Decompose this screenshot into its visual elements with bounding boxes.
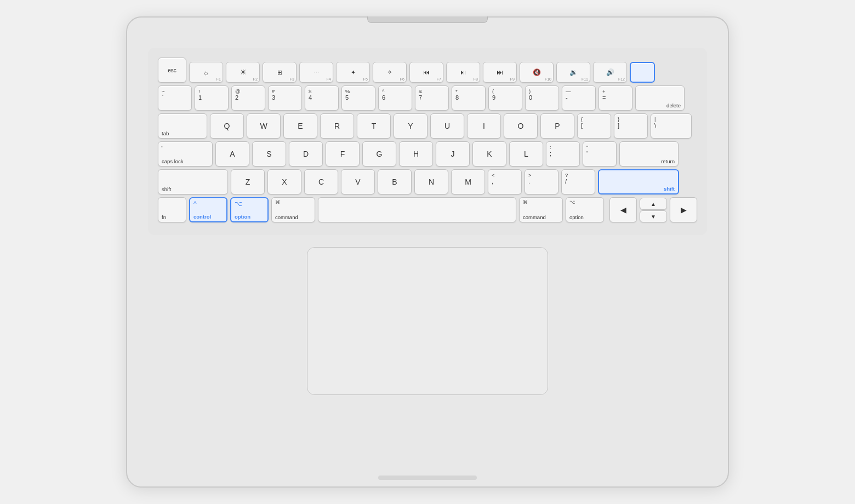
qwerty-row: tab Q W E R T Y U I O P {[ }] |\ [158,113,697,139]
key-b[interactable]: B [378,169,412,194]
key-c[interactable]: C [304,169,338,194]
key-m[interactable]: M [451,169,485,194]
key-t[interactable]: T [357,113,391,139]
key-f7[interactable]: ⏮ F7 [409,62,443,83]
key-f11[interactable]: 🔉 F11 [556,62,590,83]
key-n[interactable]: N [414,169,448,194]
asdf-row: • caps lock A S D F G H J K L :; "' retu… [158,141,697,167]
key-return[interactable]: return [619,141,679,167]
key-delete[interactable]: delete [635,85,685,111]
key-slash[interactable]: ?/ [561,169,595,194]
key-f1[interactable]: ☼ F1 [189,62,223,83]
key-f6[interactable]: ✧ F6 [373,62,407,83]
key-f8[interactable]: ⏯ F8 [446,62,480,83]
key-x[interactable]: X [267,169,301,194]
arrow-updown-group: ▲ ▼ [640,198,667,222]
key-arrow-right[interactable]: ▶ [670,197,697,222]
key-comma[interactable]: <, [488,169,522,194]
key-a[interactable]: A [215,141,249,167]
key-9[interactable]: (9 [488,85,522,111]
key-esc[interactable]: esc [158,58,186,83]
key-f9[interactable]: ⏭ F9 [483,62,517,83]
trackpad[interactable] [307,247,548,395]
keyboard-area: esc ☼ F1 ☀ F2 ⊞ F3 ⋯ F4 [148,48,707,235]
key-f3[interactable]: ⊞ F3 [263,62,297,83]
key-lbracket[interactable]: {[ [577,113,611,139]
key-q[interactable]: Q [210,113,244,139]
key-f10[interactable]: 🔇 F10 [520,62,554,83]
key-v[interactable]: V [341,169,375,194]
key-3[interactable]: #3 [268,85,302,111]
key-f2[interactable]: ☀ F2 [226,62,260,83]
laptop-hinge [367,16,488,23]
key-y[interactable]: Y [394,113,428,139]
key-f5[interactable]: ✦ F5 [336,62,370,83]
key-p[interactable]: P [540,113,574,139]
key-command-right[interactable]: ⌘ command [519,197,563,222]
key-command-left[interactable]: ⌘ command [271,197,315,222]
key-o[interactable]: O [504,113,538,139]
key-d[interactable]: D [289,141,323,167]
key-2[interactable]: @2 [231,85,265,111]
key-w[interactable]: W [247,113,281,139]
key-f12[interactable]: 🔊 F12 [593,62,627,83]
key-8[interactable]: *8 [452,85,486,111]
key-control[interactable]: ^ control [189,197,227,222]
key-s[interactable]: S [252,141,286,167]
zxcv-row: shift Z X C V B N M <, >. ?/ shift [158,169,697,194]
key-f4[interactable]: ⋯ F4 [299,62,333,83]
key-k[interactable]: K [472,141,506,167]
key-quote[interactable]: "' [583,141,617,167]
key-arrow-down[interactable]: ▼ [640,210,667,222]
key-equals[interactable]: += [598,85,632,111]
key-7[interactable]: &7 [415,85,449,111]
key-shift-right[interactable]: shift [598,169,679,194]
key-z[interactable]: Z [231,169,265,194]
key-backslash[interactable]: |\ [651,113,692,139]
key-e[interactable]: E [283,113,317,139]
key-tab[interactable]: tab [158,113,207,139]
key-1[interactable]: !1 [195,85,229,111]
key-6[interactable]: ^6 [378,85,412,111]
key-backtick[interactable]: ~ ` [158,85,192,111]
key-option-right[interactable]: ⌥ option [566,197,604,222]
key-shift-left[interactable]: shift [158,169,228,194]
key-spacebar[interactable] [318,197,516,222]
modifier-row: fn ^ control ⌥ option ⌘ command ⌘ comman… [158,197,697,222]
key-rbracket[interactable]: }] [614,113,648,139]
key-arrow-left[interactable]: ◀ [609,197,637,222]
key-j[interactable]: J [436,141,470,167]
key-power[interactable] [630,62,655,83]
laptop-body: esc ☼ F1 ☀ F2 ⊞ F3 ⋯ F4 [126,16,729,488]
key-r[interactable]: R [320,113,354,139]
key-minus[interactable]: —- [562,85,596,111]
key-period[interactable]: >. [525,169,558,194]
key-arrow-up[interactable]: ▲ [640,198,667,210]
key-capslock[interactable]: • caps lock [158,141,213,167]
key-semicolon[interactable]: :; [546,141,580,167]
key-l[interactable]: L [509,141,543,167]
key-g[interactable]: G [362,141,396,167]
key-4[interactable]: $4 [305,85,339,111]
key-option-left[interactable]: ⌥ option [230,197,269,222]
bottom-bar [378,476,477,480]
key-fn[interactable]: fn [158,197,186,222]
number-row: ~ ` !1 @2 #3 $4 %5 ^6 &7 [158,85,697,111]
function-row: esc ☼ F1 ☀ F2 ⊞ F3 ⋯ F4 [158,58,697,83]
key-h[interactable]: H [399,141,433,167]
key-5[interactable]: %5 [341,85,375,111]
key-i[interactable]: I [467,113,501,139]
key-u[interactable]: U [430,113,464,139]
key-f[interactable]: F [326,141,360,167]
key-0[interactable]: )0 [525,85,559,111]
